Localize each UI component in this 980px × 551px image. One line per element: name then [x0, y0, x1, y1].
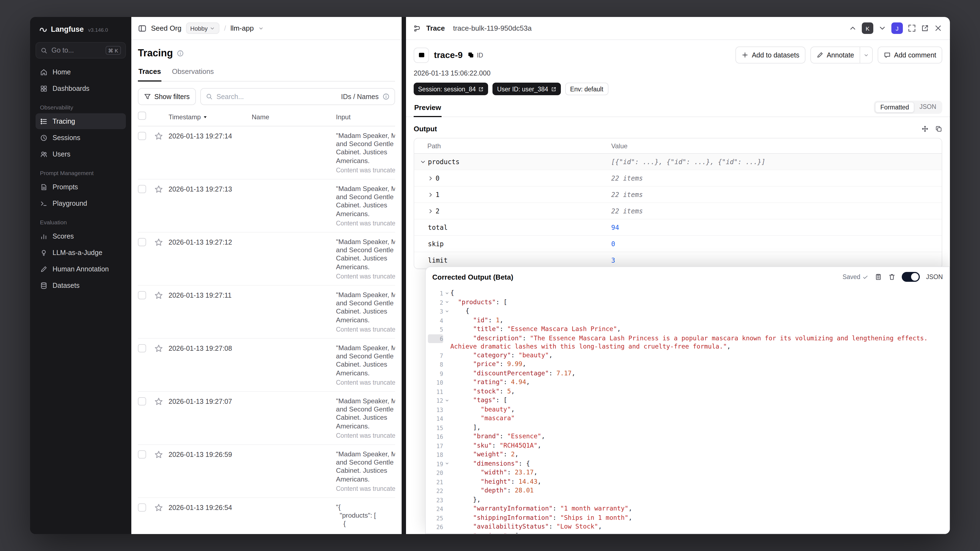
column-header-name[interactable]: Name — [252, 113, 336, 121]
output-value: 22 items — [611, 207, 942, 215]
chevron-down-icon[interactable] — [878, 24, 886, 32]
star-icon[interactable] — [154, 132, 163, 141]
chevron-right-icon[interactable] — [427, 208, 434, 214]
sidebar-toggle-icon[interactable] — [138, 24, 146, 33]
row-checkbox[interactable] — [138, 503, 146, 511]
table-row[interactable]: 2026-01-13 19:27:08"Madam Speaker, Mand … — [138, 339, 395, 392]
json-toggle[interactable] — [902, 272, 920, 282]
project-name[interactable]: llm-app — [231, 24, 254, 32]
sidebar-item-label: Sessions — [52, 134, 80, 142]
info-icon[interactable] — [177, 50, 184, 57]
env-badge[interactable]: Env: default — [565, 83, 608, 95]
format-json-option[interactable]: JSON — [915, 102, 941, 112]
table-row[interactable]: 2026-01-13 19:27:12"Madam Speaker, Mand … — [138, 233, 395, 286]
column-header-input[interactable]: Input — [336, 113, 395, 121]
add-to-datasets-button[interactable]: Add to datasets — [735, 46, 805, 64]
star-icon[interactable] — [154, 344, 163, 353]
chevron-down-icon[interactable] — [258, 25, 264, 31]
tab-observations[interactable]: Observations — [171, 64, 214, 81]
sidebar-item-llm-as-a-judge[interactable]: LLM-as-a-Judge — [35, 245, 126, 260]
tab-preview[interactable]: Preview — [414, 100, 442, 117]
sidebar-item-playground[interactable]: Playground — [35, 195, 126, 211]
fold-icon[interactable] — [443, 459, 450, 468]
annotate-dropdown-button[interactable] — [860, 46, 873, 64]
row-checkbox[interactable] — [138, 344, 146, 352]
open-external-icon[interactable] — [921, 24, 929, 32]
sidebar-item-sessions[interactable]: Sessions — [35, 130, 126, 145]
row-checkbox[interactable] — [138, 185, 146, 193]
star-icon[interactable] — [154, 185, 163, 194]
star-icon[interactable] — [154, 397, 163, 406]
star-icon[interactable] — [154, 291, 163, 300]
copy-edit-icon[interactable] — [875, 273, 882, 281]
sidebar-item-scores[interactable]: Scores — [35, 228, 126, 244]
code-line: 8 "price": 9.99, — [428, 360, 944, 369]
column-header-timestamp[interactable]: Timestamp — [169, 113, 252, 121]
delete-icon[interactable] — [888, 273, 896, 281]
table-row[interactable]: 2026-01-13 19:27:11"Madam Speaker, Mand … — [138, 286, 395, 339]
table-row[interactable]: 2026-01-13 19:26:59"Madam Speaker, Mand … — [138, 445, 395, 498]
maximize-icon[interactable] — [908, 24, 916, 32]
code-line: 23 }, — [428, 495, 944, 505]
show-filters-button[interactable]: Show filters — [138, 88, 196, 105]
sidebar-item-human-annotation[interactable]: Human Annotation — [35, 261, 126, 277]
row-checkbox[interactable] — [138, 291, 146, 299]
sidebar-item-home[interactable]: Home — [35, 64, 126, 80]
chevron-down-icon[interactable] — [420, 158, 426, 165]
output-row[interactable]: 122 items — [414, 186, 942, 203]
sidebar-item-dashboards[interactable]: Dashboards — [35, 80, 126, 96]
copy-id-button[interactable]: ID — [468, 51, 483, 59]
table-row[interactable]: 2026-01-13 19:26:54"{ "products": [ { — [138, 498, 395, 534]
table-row[interactable]: 2026-01-13 19:27:13"Madam Speaker, Mand … — [138, 180, 395, 233]
select-all-checkbox[interactable] — [138, 111, 146, 120]
star-icon[interactable] — [154, 503, 163, 512]
chevron-up-icon[interactable] — [849, 24, 857, 32]
fold-icon[interactable] — [443, 532, 450, 533]
org-name[interactable]: Seed Org — [151, 24, 181, 32]
row-checkbox[interactable] — [138, 132, 146, 140]
goto-search-button[interactable]: Go to... ⌘ K — [35, 42, 126, 59]
session-badge[interactable]: Session: session_84 — [414, 83, 488, 95]
sidebar-item-prompts[interactable]: Prompts — [35, 179, 126, 195]
output-row[interactable]: limit3 — [414, 252, 942, 269]
info-icon[interactable] — [382, 93, 390, 100]
add-comment-button[interactable]: Add comment — [878, 46, 942, 64]
copy-icon[interactable] — [935, 125, 942, 132]
chevron-right-icon[interactable] — [427, 175, 434, 182]
output-row[interactable]: total94 — [414, 220, 942, 236]
chevron-right-icon[interactable] — [427, 191, 434, 198]
search-scope[interactable]: IDs / Names — [341, 93, 379, 100]
sidebar-item-users[interactable]: Users — [35, 146, 126, 162]
line-number: 18 — [428, 450, 443, 459]
fold-icon[interactable] — [443, 396, 450, 404]
annotate-button[interactable]: Annotate — [810, 46, 860, 64]
collapse-panel-button[interactable] — [414, 47, 429, 63]
format-formatted-option[interactable]: Formatted — [875, 102, 915, 112]
fold-icon[interactable] — [443, 289, 450, 297]
close-icon[interactable] — [934, 24, 942, 32]
star-icon[interactable] — [154, 450, 163, 459]
star-icon[interactable] — [154, 238, 163, 247]
user-badge[interactable]: User ID: user_384 — [493, 83, 561, 95]
move-icon[interactable] — [921, 125, 929, 132]
output-row[interactable]: 222 items — [414, 203, 942, 220]
fold-icon[interactable] — [443, 298, 450, 306]
search-input[interactable] — [216, 93, 337, 100]
output-row[interactable]: 022 items — [414, 170, 942, 186]
table-row[interactable]: 2026-01-13 19:27:14"Madam Speaker, Mand … — [138, 126, 395, 180]
output-row[interactable]: skip0 — [414, 236, 942, 252]
tab-traces[interactable]: Traces — [138, 64, 161, 81]
plan-badge[interactable]: Hobby — [186, 22, 220, 34]
code-lines[interactable]: 1{2 "products": [3 {4 "id": 1,5 "title":… — [426, 287, 949, 533]
sidebar-item-datasets[interactable]: Datasets — [35, 277, 126, 293]
fold-icon[interactable] — [443, 307, 450, 315]
sidebar-item-tracing[interactable]: Tracing — [35, 113, 126, 129]
panel-divider[interactable] — [402, 17, 406, 534]
row-checkbox[interactable] — [138, 397, 146, 406]
row-checkbox[interactable] — [138, 450, 146, 459]
output-row[interactable]: products[{"id": ...}, {"id": ...}, {"id"… — [414, 154, 942, 170]
logo-row: Langfuse v3.146.0 — [35, 24, 126, 35]
row-timestamp: 2026-01-13 19:27:08 — [169, 344, 252, 352]
row-checkbox[interactable] — [138, 238, 146, 246]
table-row[interactable]: 2026-01-13 19:27:07"Madam Speaker, Mand … — [138, 392, 395, 445]
